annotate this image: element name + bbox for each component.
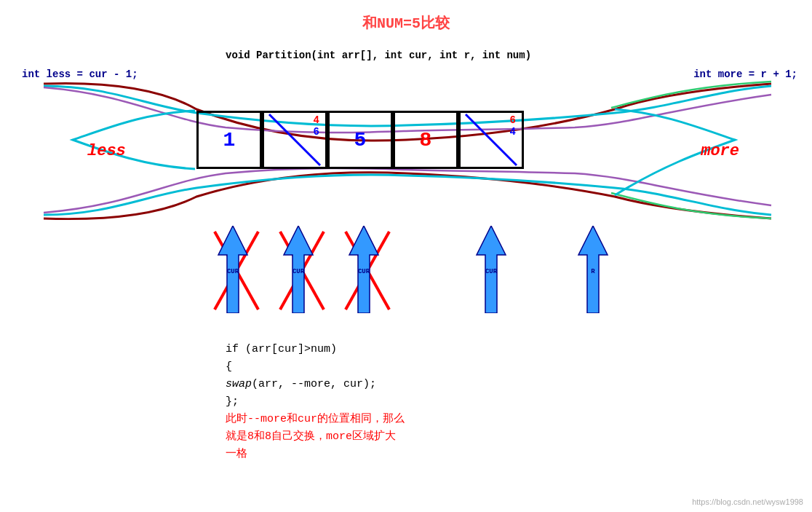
svg-line-5 bbox=[346, 232, 389, 310]
code-text-5: 就是8和8自己交换，more区域扩大 bbox=[226, 430, 396, 443]
func-signature: void Partition(int arr[], int cur, int r… bbox=[226, 50, 531, 61]
array-cell-0: 1 bbox=[196, 111, 262, 169]
svg-line-0 bbox=[215, 232, 258, 310]
code-line-1: { bbox=[226, 358, 405, 376]
cell-value-3: 8 bbox=[420, 129, 432, 151]
main-container: 和NUM=5比较 void Partition(int arr[], int c… bbox=[0, 0, 812, 512]
func-sig-text: void Partition(int arr[], int cur, int r… bbox=[226, 50, 531, 61]
page-title: 和NUM=5比较 bbox=[362, 13, 450, 33]
array-container: 1 4 6 5 8 6 4 bbox=[196, 111, 524, 169]
cell-value-2: 5 bbox=[354, 129, 367, 151]
watermark: https://blog.csdn.net/wysw1998 bbox=[692, 497, 803, 506]
arrow-3-svg: CUR bbox=[342, 226, 386, 313]
svg-line-3 bbox=[280, 232, 324, 310]
code-text-4: 此时--more和cur的位置相同，那么 bbox=[226, 413, 405, 425]
svg-line-4 bbox=[346, 232, 389, 310]
code-line-5: 就是8和8自己交换，more区域扩大 bbox=[226, 428, 405, 446]
code-line-3: }; bbox=[226, 393, 405, 411]
svg-marker-14 bbox=[477, 226, 506, 313]
cell-bot-4: 4 bbox=[510, 126, 516, 138]
arrow-1-svg: CUR bbox=[211, 226, 255, 313]
svg-text:CUR: CUR bbox=[227, 268, 239, 275]
svg-text:CUR: CUR bbox=[358, 268, 370, 275]
cell-overlay-1: 4 6 bbox=[314, 114, 319, 138]
code-text-2: swap(arr, --more, cur); bbox=[226, 378, 376, 390]
svg-marker-8 bbox=[218, 226, 247, 313]
svg-marker-16 bbox=[578, 226, 608, 313]
code-text-1: { bbox=[226, 361, 232, 373]
array-cell-1: 4 6 bbox=[262, 111, 327, 169]
code-text-0: if (arr[cur]>num) bbox=[226, 343, 337, 355]
svg-line-1 bbox=[215, 232, 258, 310]
label-less: less bbox=[87, 142, 126, 160]
cell-bot-1: 6 bbox=[314, 126, 319, 138]
right-decl: int more = r + 1; bbox=[693, 68, 797, 80]
code-line-6: 一格 bbox=[226, 446, 405, 463]
svg-text:CUR: CUR bbox=[485, 268, 498, 275]
svg-line-2 bbox=[280, 232, 324, 310]
code-text-3: }; bbox=[226, 395, 239, 408]
array-cell-4: 6 4 bbox=[458, 111, 524, 169]
code-line-0: if (arr[cur]>num) bbox=[226, 341, 405, 358]
array-cell-2: 5 bbox=[327, 111, 393, 169]
array-cell-3: 8 bbox=[393, 111, 458, 169]
cell-top-4: 6 bbox=[510, 114, 516, 126]
code-line-4: 此时--more和cur的位置相同，那么 bbox=[226, 411, 405, 428]
svg-text:CUR: CUR bbox=[292, 268, 305, 275]
code-line-2: swap(arr, --more, cur); bbox=[226, 376, 405, 393]
cell-top-1: 4 bbox=[314, 114, 319, 126]
code-block: if (arr[cur]>num) { swap(arr, --more, cu… bbox=[226, 341, 405, 463]
label-more: more bbox=[701, 142, 739, 160]
svg-marker-10 bbox=[284, 226, 313, 313]
cell-value-0: 1 bbox=[223, 129, 236, 151]
code-text-6: 一格 bbox=[226, 448, 247, 460]
svg-text:R: R bbox=[591, 268, 595, 275]
svg-marker-12 bbox=[349, 226, 378, 313]
arrow-4-svg: CUR bbox=[469, 226, 513, 313]
arrow-2-svg: CUR bbox=[276, 226, 320, 313]
cell-overlay-4: 6 4 bbox=[510, 114, 516, 138]
left-decl: int less = cur - 1; bbox=[22, 68, 138, 80]
arrow-5-svg: R bbox=[571, 226, 615, 313]
